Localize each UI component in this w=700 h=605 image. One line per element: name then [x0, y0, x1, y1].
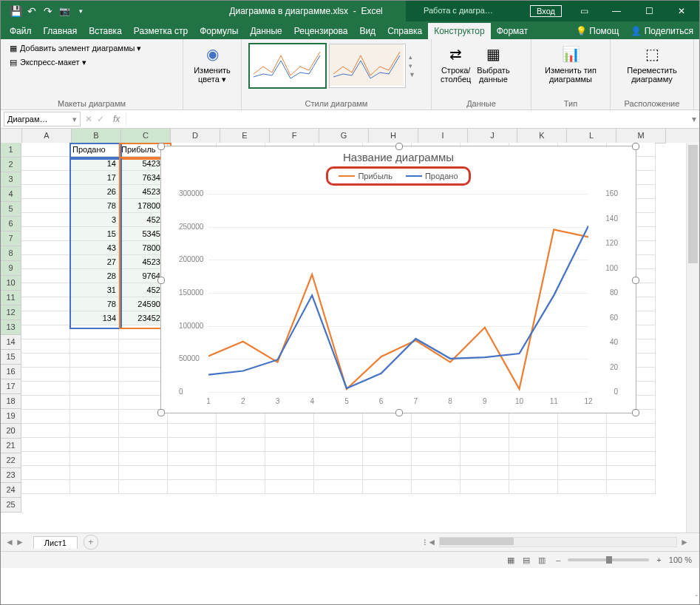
- add-sheet-button[interactable]: +: [84, 535, 98, 550]
- cell-H25[interactable]: [363, 480, 412, 494]
- camera-icon[interactable]: 📷: [57, 4, 72, 18]
- tab-layout[interactable]: Разметка стр: [128, 23, 194, 39]
- cell-J22[interactable]: [461, 438, 509, 452]
- select-data-button[interactable]: ▦Выбрать данные: [474, 42, 512, 85]
- row-header-7[interactable]: 7: [1, 231, 21, 246]
- cell-B18[interactable]: [70, 382, 119, 396]
- cell-A15[interactable]: [21, 339, 70, 354]
- cell-B19[interactable]: [70, 396, 119, 410]
- cell-A16[interactable]: [21, 354, 70, 368]
- cell-M24[interactable]: [607, 466, 656, 480]
- row-header-24[interactable]: 24: [1, 483, 21, 498]
- row-header-11[interactable]: 11: [1, 291, 21, 305]
- row-header-16[interactable]: 16: [1, 365, 21, 379]
- expand-fb-icon[interactable]: ▾: [692, 114, 696, 124]
- view-page-icon[interactable]: ▤: [520, 555, 533, 564]
- tab-help[interactable]: Справка: [381, 23, 428, 39]
- resize-handle-e[interactable]: [632, 277, 639, 284]
- cell-B11[interactable]: 31: [70, 283, 119, 297]
- tell-me-button[interactable]: 💡 Помощ: [570, 23, 625, 39]
- cell-B24[interactable]: [70, 466, 119, 480]
- hscroll-right-icon[interactable]: ►: [680, 537, 689, 547]
- resize-handle-se[interactable]: [632, 409, 639, 416]
- fx-icon[interactable]: fx: [109, 114, 124, 124]
- cell-K25[interactable]: [509, 480, 558, 494]
- save-icon[interactable]: 💾: [8, 4, 23, 18]
- cell-F23[interactable]: [265, 452, 314, 466]
- close-button[interactable]: ✕: [665, 1, 698, 21]
- cell-A21[interactable]: [21, 424, 70, 438]
- cell-L24[interactable]: [558, 466, 607, 480]
- col-header-A[interactable]: A: [22, 129, 72, 143]
- style-more-icon[interactable]: ▼: [409, 71, 419, 78]
- cell-E23[interactable]: [217, 452, 265, 466]
- row-header-21[interactable]: 21: [1, 439, 21, 453]
- formula-input[interactable]: [126, 112, 690, 126]
- cell-H24[interactable]: [363, 466, 412, 480]
- cell-B22[interactable]: [70, 438, 119, 452]
- cell-I22[interactable]: [412, 438, 461, 452]
- row-header-19[interactable]: 19: [1, 409, 21, 424]
- cell-C24[interactable]: [119, 466, 168, 480]
- cell-B13[interactable]: 134: [70, 311, 119, 325]
- change-colors-button[interactable]: ◉ Изменить цвета ▾: [189, 42, 235, 85]
- col-header-F[interactable]: F: [270, 129, 319, 143]
- cell-D24[interactable]: [168, 466, 217, 480]
- cell-A20[interactable]: [21, 410, 70, 424]
- cell-A17[interactable]: [21, 368, 70, 382]
- cell-B9[interactable]: 27: [70, 255, 119, 269]
- tab-insert[interactable]: Вставка: [83, 23, 128, 39]
- switch-row-col-button[interactable]: ⇄Строка/ столбец: [438, 42, 474, 85]
- cell-J25[interactable]: [461, 480, 509, 494]
- cell-B25[interactable]: [70, 480, 119, 494]
- row-header-8[interactable]: 8: [1, 246, 21, 261]
- row-header-14[interactable]: 14: [1, 335, 21, 350]
- cell-E25[interactable]: [217, 480, 265, 494]
- cell-A25[interactable]: [21, 480, 70, 494]
- view-break-icon[interactable]: ▥: [535, 555, 548, 564]
- cell-A2[interactable]: [21, 157, 70, 171]
- row-header-18[interactable]: 18: [1, 394, 21, 409]
- cell-A1[interactable]: [21, 143, 70, 157]
- maximize-button[interactable]: ☐: [633, 1, 665, 21]
- cell-F24[interactable]: [265, 466, 314, 480]
- cell-H21[interactable]: [363, 424, 412, 438]
- cell-G24[interactable]: [314, 466, 363, 480]
- cell-A11[interactable]: [21, 283, 70, 297]
- col-header-J[interactable]: J: [468, 129, 517, 143]
- horizontal-scrollbar[interactable]: ⫶◄ ►: [423, 537, 699, 547]
- qat-dropdown-icon[interactable]: ▾: [73, 4, 88, 18]
- view-normal-icon[interactable]: ▦: [504, 555, 517, 564]
- row-header-6[interactable]: 6: [1, 217, 21, 231]
- col-header-D[interactable]: D: [171, 129, 220, 143]
- cell-B17[interactable]: [70, 368, 119, 382]
- cell-J23[interactable]: [461, 452, 509, 466]
- row-header-5[interactable]: 5: [1, 202, 21, 217]
- worksheet-area[interactable]: ABCDEFGHIJKLM 12345678910111213141516171…: [1, 129, 699, 533]
- cell-A23[interactable]: [21, 452, 70, 466]
- tab-review[interactable]: Рецензирова: [288, 23, 354, 39]
- login-button[interactable]: Вход: [530, 5, 562, 17]
- cell-A14[interactable]: [21, 325, 70, 339]
- cell-C25[interactable]: [119, 480, 168, 494]
- cell-F22[interactable]: [265, 438, 314, 452]
- tab-data[interactable]: Данные: [244, 23, 288, 39]
- tab-view[interactable]: Вид: [353, 23, 381, 39]
- tab-home[interactable]: Главная: [38, 23, 84, 39]
- undo-icon[interactable]: ↶: [24, 4, 39, 18]
- cell-A18[interactable]: [21, 382, 70, 396]
- cell-F21[interactable]: [265, 424, 314, 438]
- col-header-L[interactable]: L: [567, 129, 616, 143]
- chart-object[interactable]: Название диаграммы Прибыль Продано 05000…: [160, 146, 636, 413]
- cell-G23[interactable]: [314, 452, 363, 466]
- minimize-button[interactable]: —: [600, 1, 633, 21]
- cell-A3[interactable]: [21, 171, 70, 185]
- cell-B20[interactable]: [70, 410, 119, 424]
- cell-B3[interactable]: 17: [70, 171, 119, 185]
- cell-A8[interactable]: [21, 241, 70, 255]
- select-all-corner[interactable]: [1, 129, 22, 143]
- cell-J24[interactable]: [461, 466, 509, 480]
- style-scroll-down-icon[interactable]: ▾: [409, 62, 419, 70]
- cell-M21[interactable]: [607, 424, 656, 438]
- chart-series-Прибыль[interactable]: [208, 229, 588, 389]
